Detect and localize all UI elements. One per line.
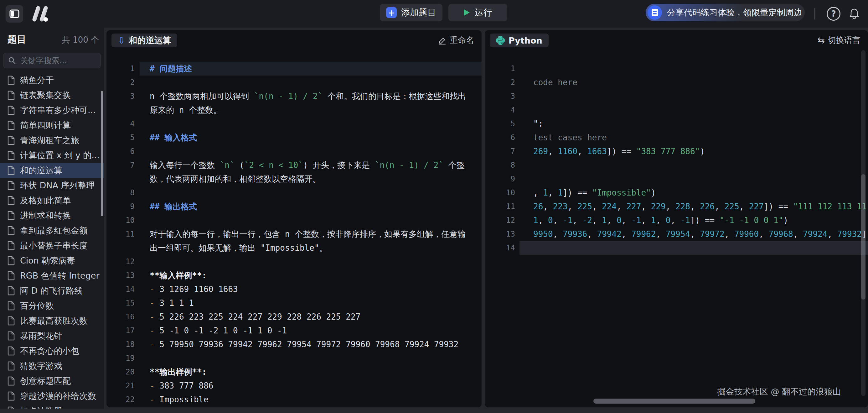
download-arrow-icon: ⇩ <box>118 35 125 46</box>
sidebar-item-label: Cion 勒索病毒 <box>20 255 75 266</box>
line-content: 269, 1160, 1663]) == "383 777 886") <box>520 144 868 158</box>
sidebar-item[interactable]: 穿越沙漠的补给次数 <box>0 389 104 404</box>
problem-editor-line[interactable]: 15- 3 1 1 1 <box>106 296 482 310</box>
line-number: 6 <box>106 147 135 156</box>
problem-editor-line[interactable]: 8 <box>106 186 482 200</box>
problem-editor-line[interactable]: 6 <box>106 144 482 158</box>
sidebar-item[interactable]: Cion 勒索病毒 <box>0 253 104 268</box>
problem-panel-header: ⇩ 和的逆运算 重命名 <box>106 30 482 50</box>
problem-editor-line[interactable]: 21- 383 777 886 <box>106 379 482 393</box>
sidebar-item[interactable]: 比赛最高获胜次数 <box>0 313 104 328</box>
sidebar-item-label: 不再贪心的小包 <box>20 345 79 357</box>
sidebar-scrollbar[interactable] <box>101 91 103 216</box>
problem-editor-line[interactable]: 22- Impossible <box>106 393 482 406</box>
sidebar-item[interactable]: 计算位置 x 到 y 的... <box>0 148 104 163</box>
search-icon <box>8 56 16 64</box>
sidebar-toggle-button[interactable] <box>6 5 23 23</box>
problem-editor-line[interactable]: 5## 输入格式 <box>106 131 482 144</box>
vertical-scrollbar-thumb[interactable] <box>861 174 866 300</box>
help-icon[interactable]: ? <box>827 7 840 21</box>
horizontal-scrollbar-thumb[interactable] <box>593 399 755 404</box>
document-icon <box>7 331 15 341</box>
add-problem-button[interactable]: + 添加题目 <box>380 4 442 21</box>
problem-editor-line[interactable]: 原来的 n 个整数。 <box>106 103 482 117</box>
line-number: 1 <box>485 64 515 73</box>
sidebar-item[interactable]: 及格如此简单 <box>0 193 104 208</box>
problem-editor-line[interactable]: 1# 问题描述 <box>106 62 482 76</box>
sidebar-item[interactable]: 猫鱼分干 <box>0 73 104 88</box>
document-icon <box>7 136 15 145</box>
code-editor-line[interactable]: 3 <box>485 89 868 103</box>
code-editor-line[interactable]: 121, 0, -1, -2, 1, 0, -1, 1, 0, -1]) == … <box>485 213 868 227</box>
document-icon <box>7 151 15 160</box>
sidebar-item[interactable]: 环状 DNA 序列整理 <box>0 178 104 193</box>
document-icon <box>7 361 15 371</box>
problem-editor-line[interactable]: 16- 5 226 223 225 224 227 229 228 226 22… <box>106 310 482 324</box>
line-number: 2 <box>485 78 515 87</box>
share-promo-banner[interactable]: 分享代码练习体验，领限量定制周边 <box>646 4 805 21</box>
problem-editor-line[interactable]: 20**输出样例**: <box>106 365 482 379</box>
code-editor-line[interactable]: 14 <box>485 241 868 255</box>
problem-editor-line[interactable]: 7输入每行一个整数 `n` (`2 < n < 10`) 开头，接下来是 `n(… <box>106 158 482 172</box>
code-editor-line[interactable]: 1126, 223, 225, 224, 227, 229, 228, 226,… <box>485 200 868 213</box>
problem-editor-line[interactable]: 2 <box>106 76 482 89</box>
rename-button[interactable]: 重命名 <box>438 35 474 46</box>
code-editor-line[interactable]: 8 <box>485 158 868 172</box>
switch-language-button[interactable]: ⇆ 切换语言 <box>817 35 861 46</box>
code-editor-line[interactable]: 5": <box>485 117 868 131</box>
problem-editor-line[interactable]: 14- 3 1269 1160 1663 <box>106 282 482 296</box>
sidebar-item[interactable]: RGB 色值转 Integer <box>0 268 104 283</box>
problem-editor-line[interactable]: 数，代表两两相加的和，相邻整数以空格隔开。 <box>106 172 482 186</box>
sidebar-item[interactable]: 暴雨梨花针 <box>0 328 104 344</box>
sidebar-item[interactable]: 字符串有多少种可... <box>0 103 104 118</box>
language-tab[interactable]: Python <box>490 33 549 47</box>
code-editor-line[interactable]: 10, 1, 1]) == "Impossible") <box>485 186 868 200</box>
sidebar-item[interactable]: 青海湖租车之旅 <box>0 133 104 148</box>
sidebar-item[interactable]: 和的逆运算 <box>0 163 104 178</box>
line-number: 21 <box>106 381 135 390</box>
sidebar-item[interactable]: 打卡计数器 <box>0 404 104 409</box>
run-button[interactable]: 运行 <box>448 4 507 21</box>
code-editor-line[interactable]: 6test cases here <box>485 131 868 144</box>
problem-editor-line[interactable]: 4 <box>106 117 482 131</box>
problem-editor-line[interactable]: 17- 5 -1 0 -1 -2 1 0 -1 1 0 -1 <box>106 324 482 337</box>
problem-editor-line[interactable]: 10 <box>106 213 482 227</box>
document-icon <box>7 211 15 220</box>
sidebar-item-label: 和的逆运算 <box>20 165 62 176</box>
code-editor-line[interactable]: 139950, 79936, 79942, 79962, 79954, 7997… <box>485 227 868 241</box>
code-editor-line[interactable]: 4 <box>485 103 868 117</box>
problem-editor-line[interactable]: 12 <box>106 255 482 269</box>
search-box[interactable] <box>3 53 101 68</box>
code-editor-line[interactable]: 1 <box>485 62 868 76</box>
sidebar-item[interactable]: 不再贪心的小包 <box>0 344 104 358</box>
code-editor-line[interactable]: 7269, 1160, 1663]) == "383 777 886") <box>485 144 868 158</box>
sidebar-item[interactable]: 猜数字游戏 <box>0 358 104 374</box>
notification-bell-icon[interactable] <box>847 6 862 21</box>
document-icon <box>7 76 15 85</box>
problem-editor-line[interactable]: 9## 输出格式 <box>106 200 482 213</box>
sidebar-item[interactable]: 最小替换子串长度 <box>0 238 104 253</box>
problem-editor-line[interactable]: 3n 个整数两两相加可以得到 `n(n - 1) / 2` 个和。我们的目标是：… <box>106 89 482 103</box>
sidebar-item[interactable]: 创意标题匹配 <box>0 374 104 389</box>
problem-editor-line[interactable]: 18- 5 79950 79936 79942 79962 79954 7997… <box>106 337 482 351</box>
problem-editor-line[interactable]: 11对于输入的每一行，输出一行，包含 n 个整数，按非降序排序，如果有多组解，任… <box>106 227 482 241</box>
problem-tab[interactable]: ⇩ 和的逆运算 <box>112 33 177 47</box>
code-editor-line[interactable]: 2code here <box>485 76 868 89</box>
sidebar-item[interactable]: 简单四则计算 <box>0 118 104 133</box>
sidebar-item[interactable]: 进制求和转换 <box>0 208 104 223</box>
problem-editor-line[interactable]: 出一组即可。如果无解，输出 "Impossible"。 <box>106 241 482 255</box>
sidebar-item[interactable]: 百分位数 <box>0 298 104 313</box>
line-number: 4 <box>106 119 135 128</box>
problem-editor-line[interactable]: 19 <box>106 351 482 365</box>
line-number: 13 <box>106 271 135 280</box>
problem-editor-line[interactable]: 13**输入样例**: <box>106 269 482 282</box>
code-editor-line[interactable]: 9 <box>485 172 868 186</box>
sidebar-item[interactable]: 拿到最多红包金额 <box>0 223 104 238</box>
search-input[interactable] <box>20 56 99 65</box>
sidebar-item[interactable]: 阿 D 的飞行路线 <box>0 283 104 298</box>
line-content: - 3 1 1 1 <box>140 296 482 310</box>
watermark: 掘金技术社区 @ 翻不过的浪狼山 <box>717 386 841 397</box>
switch-language-label: 切换语言 <box>828 35 861 46</box>
sidebar-item[interactable]: 链表聚集交换 <box>0 88 104 103</box>
line-number: 10 <box>106 216 135 225</box>
